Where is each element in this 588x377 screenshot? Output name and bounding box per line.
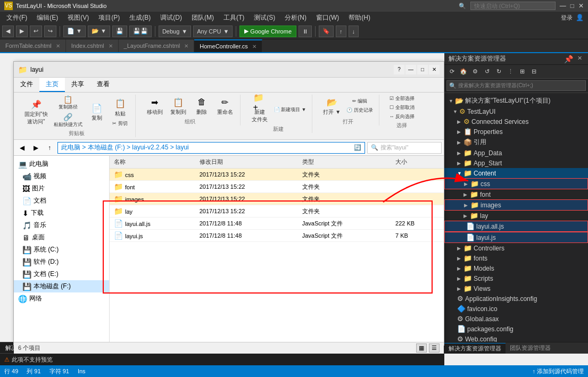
tree-fonts[interactable]: ▶ 📁 fonts [444,253,588,263]
tree-controllers[interactable]: ▶ 📁 Controllers [444,243,588,253]
addr-up-button[interactable]: ↑ [44,142,55,154]
explorer-maximize-button[interactable]: □ [417,65,428,74]
new-item-button[interactable]: 📄 新建项目 ▼ [272,106,308,114]
list-view-button[interactable]: ☰ [429,344,440,353]
sidebar-item-d[interactable]: 💾 软件 (D:) [14,256,109,268]
tree-content[interactable]: ▼ 📁 Content [444,168,588,178]
forward-button[interactable]: ▶ [16,26,28,37]
menu-window[interactable]: 窗口(W) [312,12,343,23]
sidebar-item-documents[interactable]: 📄 文档 [14,195,109,207]
select-all-button[interactable]: ☑ 全部选择 [388,95,417,103]
sidebar-item-video[interactable]: 📹 视频 [14,170,109,182]
menu-tools[interactable]: 工具(T) [219,12,249,23]
sidebar-item-pictures[interactable]: 🖼 图片 [14,182,109,195]
tab-formtable-close[interactable]: ✕ [56,43,60,49]
sidebar-item-c[interactable]: 💾 系统 (C:) [14,244,109,256]
table-row[interactable]: 📁lay 2017/12/13 15:22 文件夹 [110,205,444,217]
tree-lay[interactable]: ▶ 📁 lay [444,211,588,221]
tab-index-close[interactable]: ✕ [109,43,113,49]
paste-shortcut-button[interactable]: 🔗 粘贴快捷方式 [52,112,84,129]
login-label[interactable]: 登录 [561,14,573,22]
panel-btn-sync[interactable]: ⟳ [446,66,457,77]
debug-mode-dropdown[interactable]: Debug ▼ [159,26,191,37]
undo-button[interactable]: ↩ [30,26,42,37]
quick-launch-input[interactable] [470,2,556,10]
panel-tab-solution[interactable]: 解决方案资源管理器 [444,343,506,354]
open-file-button[interactable]: 📂 ▼ [88,26,110,37]
tree-references[interactable]: ▶ 📦 引用 [444,137,588,148]
redo-button[interactable]: ↪ [44,26,56,37]
menu-debug[interactable]: 调试(D) [156,12,186,23]
table-row[interactable]: 📁images 2017/12/13 15:22 文件夹 [110,193,444,205]
minimize-button[interactable]: — [560,2,566,10]
move-button[interactable]: ➡ 移动到 [144,95,165,117]
close-button[interactable]: ✕ [578,2,584,10]
sidebar-item-downloads[interactable]: ⬇ 下载 [14,207,109,219]
copy-to-button[interactable]: 📋 复制到 [168,95,189,117]
menu-team[interactable]: 团队(M) [187,12,218,23]
back-button[interactable]: ◀ [2,26,14,37]
tree-favicon[interactable]: 🔷 favicon.ico [444,304,588,314]
panel-close-button[interactable]: ✕ [576,55,584,63]
explorer-close-button[interactable]: ✕ [429,65,440,74]
sidebar-item-pc[interactable]: 💻 此电脑 [14,158,109,170]
grid-view-button[interactable]: ▦ [416,344,427,353]
table-row[interactable]: 📄layui.js 2017/12/8 11:48 JavaScript 文件 … [110,230,444,242]
delete-button[interactable]: 🗑 删除 [191,95,212,117]
table-row[interactable]: 📁font 2017/12/13 15:22 文件夹 [110,181,444,193]
panel-btn-more[interactable]: ⋮ [505,66,516,77]
tree-global-asax[interactable]: ⚙ Global.asax [444,314,588,324]
tree-views[interactable]: ▶ 📁 Views [444,283,588,294]
menu-test[interactable]: 测试(S) [250,12,279,23]
bookmark-button[interactable]: 🔖 [319,26,334,37]
tab-layoutframe[interactable]: _LayoutFrame.cshtml ✕ [119,39,195,52]
panel-pin-button[interactable]: 📌 [562,55,575,63]
ribbon-tab-home[interactable]: 主页 [39,78,65,92]
cut-button[interactable]: ✂ 剪切 [110,120,131,128]
menu-project[interactable]: 项目(P) [94,12,124,23]
edit-button[interactable]: ✏ 编辑 [345,97,375,105]
sidebar-item-e[interactable]: 💾 文档 (E:) [14,268,109,280]
tree-scripts[interactable]: ▶ 📁 Scripts [444,273,588,283]
history-button[interactable]: 🕐 历史记录 [345,106,375,114]
new-folder-button[interactable]: 📁+ 新建文件夹 [249,95,270,124]
table-row[interactable]: 📄layui.all.js 2017/12/8 11:48 JavaScript… [110,217,444,230]
maximize-button[interactable]: □ [570,2,574,10]
new-file-button[interactable]: 📄 ▼ [63,26,86,37]
tree-project[interactable]: ▼ ⚙ TestLayUI [444,106,588,116]
paste-button[interactable]: 📋 粘贴 [110,96,131,119]
col-name[interactable]: 名称 [110,156,195,169]
solution-search-box[interactable]: 🔍 搜索解决方案资源管理器(Ctrl+;) [446,80,586,91]
menu-help[interactable]: 帮助(H) [344,12,375,23]
menu-build[interactable]: 生成(B) [125,12,155,23]
tree-models[interactable]: ▶ 📁 Models [444,263,588,273]
deselect-all-button[interactable]: ☐ 全部取消 [388,104,417,112]
table-row[interactable]: 📁css 2017/12/13 15:22 文件夹 [110,169,444,181]
addr-forward-button[interactable]: ▶ [30,142,42,154]
prev-bookmark-button[interactable]: ↑ [336,26,346,37]
addr-back-button[interactable]: ◀ [16,142,28,154]
save-all-button[interactable]: 💾💾 [129,26,152,37]
col-modified[interactable]: 修改日期 [195,156,298,169]
tree-web-config[interactable]: ⚙ Web.config [444,334,588,342]
tree-packages[interactable]: 📄 packages.config [444,324,588,334]
platform-dropdown[interactable]: Any CPU ▼ [193,26,233,37]
tree-layui-all[interactable]: 📄 layui.all.js [444,221,588,232]
panel-btn-reload[interactable]: ↻ [493,66,504,77]
tree-app-start[interactable]: ▶ 📁 App_Start [444,158,588,168]
pause-button[interactable]: ⏸ [299,26,312,37]
status-add-source[interactable]: ↑ 添加到源代码管理 [532,367,584,375]
panel-btn-expand[interactable]: ⊞ [517,66,527,77]
tree-css[interactable]: ▶ 📁 css [444,178,588,189]
menu-analyze[interactable]: 分析(N) [280,12,311,23]
next-bookmark-button[interactable]: ↓ [349,26,359,37]
copy-path-button[interactable]: 📋 复制路径 [52,95,84,111]
col-size[interactable]: 大小 [391,156,444,169]
open-button[interactable]: 📂 打开 ▼ [321,95,343,117]
address-path[interactable]: 此电脑 > 本地磁盘 (F:) > layui-v2.2.45 > layui … [57,142,365,154]
tree-app-data[interactable]: ▶ 📁 App_Data [444,148,588,158]
ribbon-pin-button[interactable]: 📌 固定到"快速访问" [22,97,50,127]
save-button[interactable]: 💾 [112,26,127,37]
tree-solution-root[interactable]: ▼ 📂 解决方案"TestLayUI"(1个项目) [444,95,588,106]
tree-properties[interactable]: ▶ 📋 Properties [444,127,588,137]
